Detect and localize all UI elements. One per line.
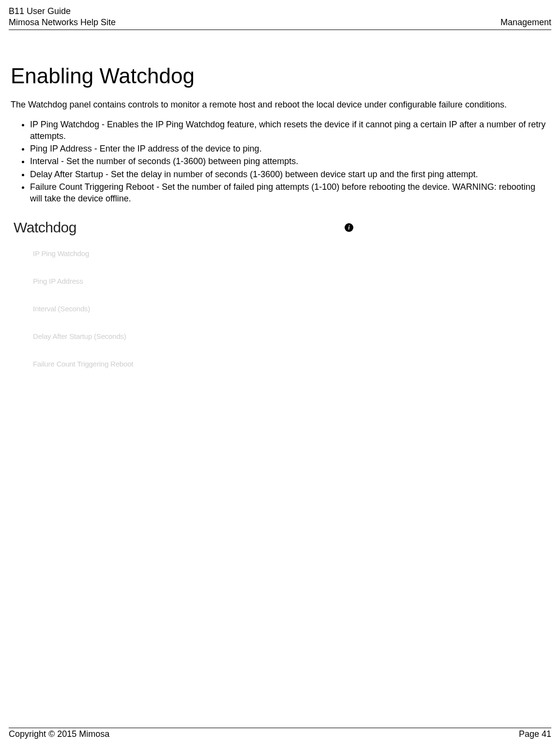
bullet-list: IP Ping Watchdog - Enables the IP Ping W…	[11, 119, 549, 205]
panel-header: Watchdog i	[14, 219, 362, 236]
header-section: Management	[500, 17, 551, 28]
list-item: Ping IP Address - Enter the IP address o…	[30, 143, 549, 154]
header-rule	[9, 30, 551, 30]
field-ip-ping-watchdog: IP Ping Watchdog	[33, 249, 362, 258]
header-guide-title: B11 User Guide	[9, 6, 551, 17]
page-header: B11 User Guide Mimosa Networks Help Site…	[9, 6, 551, 30]
page-footer: Copyright © 2015 Mimosa Page 41	[9, 728, 551, 739]
field-ping-ip-address: Ping IP Address	[33, 277, 362, 285]
watchdog-panel: Watchdog i IP Ping Watchdog Ping IP Addr…	[14, 219, 362, 368]
list-item: Interval - Set the number of seconds (1-…	[30, 155, 549, 167]
list-item: IP Ping Watchdog - Enables the IP Ping W…	[30, 119, 549, 142]
footer-copyright: Copyright © 2015 Mimosa	[9, 729, 109, 739]
field-interval: Interval (Seconds)	[33, 305, 362, 313]
info-icon[interactable]: i	[345, 223, 353, 232]
header-site-name: Mimosa Networks Help Site	[9, 17, 116, 28]
main-content: Enabling Watchdog The Watchdog panel con…	[9, 64, 551, 368]
page-title: Enabling Watchdog	[11, 64, 549, 88]
panel-body: IP Ping Watchdog Ping IP Address Interva…	[14, 249, 362, 368]
field-failure-count: Failure Count Triggering Reboot	[33, 360, 362, 368]
list-item: Failure Count Triggering Reboot - Set th…	[30, 181, 549, 205]
footer-page-number: Page 41	[519, 729, 551, 739]
list-item: Delay After Startup - Set the delay in n…	[30, 168, 549, 180]
intro-paragraph: The Watchdog panel contains controls to …	[11, 98, 549, 112]
field-delay-after-startup: Delay After Startup (Seconds)	[33, 332, 362, 340]
footer-rule	[9, 728, 551, 728]
panel-title: Watchdog	[14, 219, 76, 236]
